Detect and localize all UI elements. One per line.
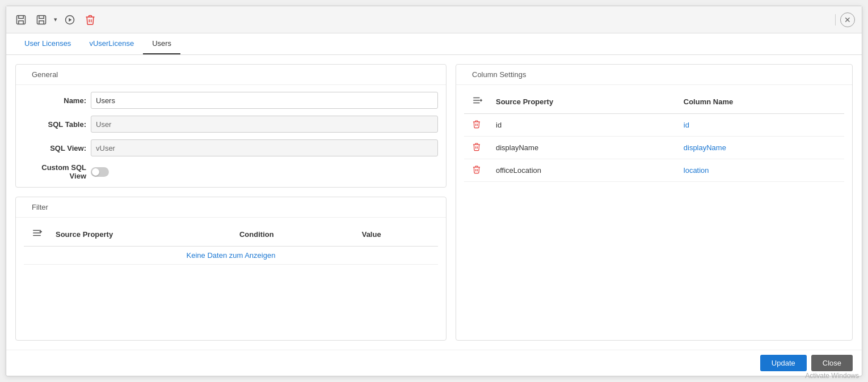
table-row: displayName displayName bbox=[464, 137, 844, 159]
tab-user-licenses[interactable]: User Licenses bbox=[15, 33, 80, 54]
sql-view-input[interactable] bbox=[91, 139, 438, 156]
content-area: General Name: SQL Table: SQL View: bbox=[6, 55, 862, 350]
filter-source-property-header: Source Property bbox=[50, 222, 234, 247]
play-button[interactable] bbox=[62, 12, 78, 28]
general-card: General Name: SQL Table: SQL View: bbox=[15, 64, 446, 188]
column-name-cell: displayName bbox=[678, 137, 844, 159]
toolbar-close-button[interactable]: ✕ bbox=[840, 12, 855, 27]
source-property-cell: displayName bbox=[490, 137, 678, 159]
sql-table-input[interactable] bbox=[91, 116, 438, 133]
sql-view-label: SQL View: bbox=[24, 144, 86, 152]
column-settings-card: Column Settings bbox=[456, 64, 853, 341]
col-source-property-header: Source Property bbox=[490, 90, 678, 114]
custom-sql-toggle[interactable] bbox=[91, 167, 109, 177]
right-panel: Column Settings bbox=[456, 64, 853, 341]
sql-view-row: SQL View: bbox=[24, 139, 438, 156]
close-button[interactable]: Close bbox=[811, 355, 853, 371]
left-panel: General Name: SQL Table: SQL View: bbox=[15, 64, 446, 341]
save-button[interactable] bbox=[13, 12, 29, 28]
tab-users[interactable]: Users bbox=[143, 33, 180, 54]
tabs-bar: User Licenses vUserLicense Users bbox=[6, 33, 862, 55]
filter-add-button[interactable] bbox=[30, 227, 44, 241]
column-settings-add-button[interactable] bbox=[470, 94, 484, 109]
tab-vuserlicense[interactable]: vUserLicense bbox=[80, 33, 143, 54]
name-input[interactable] bbox=[91, 92, 438, 109]
sql-table-label: SQL Table: bbox=[24, 120, 86, 129]
delete-button[interactable] bbox=[82, 12, 98, 28]
table-row: officeLocation location bbox=[464, 159, 844, 182]
custom-sql-row: Custom SQL View bbox=[24, 163, 438, 180]
footer: Update Close bbox=[6, 350, 862, 376]
svg-rect-1 bbox=[37, 15, 46, 24]
general-title: General bbox=[24, 65, 66, 83]
toolbar-separator bbox=[835, 14, 836, 26]
col-column-name-header: Column Name bbox=[678, 90, 844, 114]
save-dropdown-button[interactable] bbox=[33, 12, 49, 28]
svg-rect-0 bbox=[17, 15, 26, 24]
save-dropdown-arrow[interactable]: ▾ bbox=[54, 16, 57, 23]
close-icon: ✕ bbox=[844, 15, 851, 24]
sql-table-row: SQL Table: bbox=[24, 116, 438, 133]
source-property-cell: officeLocation bbox=[490, 159, 678, 182]
filter-no-data: Keine Daten zum Anzeigen bbox=[24, 247, 438, 265]
column-name-cell: id bbox=[678, 114, 844, 137]
delete-row-button-1[interactable] bbox=[470, 141, 483, 154]
delete-row-button-2[interactable] bbox=[470, 164, 483, 177]
toolbar: ▾ ✕ bbox=[6, 6, 862, 33]
custom-sql-label: Custom SQL View bbox=[24, 163, 86, 180]
filter-table: Source Property Condition Value Keine Da… bbox=[24, 222, 438, 265]
filter-no-data-row: Keine Daten zum Anzeigen bbox=[24, 247, 438, 265]
watermark: Activate Windows bbox=[805, 372, 859, 380]
source-property-cell: id bbox=[490, 114, 678, 137]
column-settings-title: Column Settings bbox=[464, 65, 534, 83]
column-name-cell: location bbox=[678, 159, 844, 182]
name-label: Name: bbox=[24, 96, 86, 105]
filter-title: Filter bbox=[24, 197, 56, 216]
update-button[interactable]: Update bbox=[760, 355, 807, 371]
delete-row-button-0[interactable] bbox=[470, 118, 483, 131]
column-settings-table: Source Property Column Name bbox=[464, 90, 844, 182]
svg-marker-3 bbox=[69, 18, 71, 22]
filter-card: Filter bbox=[15, 197, 446, 341]
filter-value-header: Value bbox=[356, 222, 438, 247]
filter-condition-header: Condition bbox=[234, 222, 356, 247]
name-row: Name: bbox=[24, 92, 438, 109]
table-row: id id bbox=[464, 114, 844, 137]
